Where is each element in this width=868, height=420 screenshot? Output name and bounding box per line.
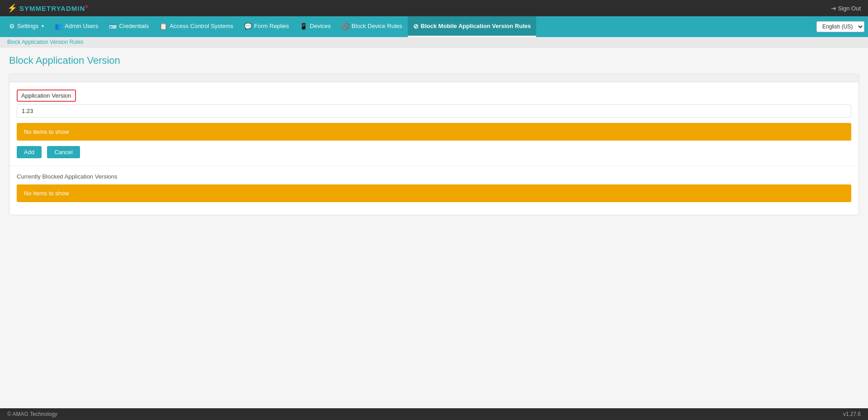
nav-label-block-mobile-app: Block Mobile Application Version Rules [421, 23, 531, 29]
breadcrumb: Block Application Version Rules [0, 37, 868, 47]
nav-label-admin-users: Admin Users [65, 23, 98, 29]
sign-out-button[interactable]: ⇥ Sign Out [831, 5, 861, 12]
settings-icon: ⚙ [9, 23, 15, 30]
block-device-rules-icon: 🚫 [342, 23, 349, 30]
top-bar: ⚡ SYMMETRYADMIN® ⇥ Sign Out [0, 0, 868, 16]
app-version-label: Application Version [17, 90, 76, 102]
sign-out-icon: ⇥ [831, 5, 836, 12]
main-content: Block Application Version Application Ve… [0, 47, 868, 408]
nav-item-admin-users[interactable]: 👥 Admin Users [49, 16, 104, 37]
sign-out-label: Sign Out [838, 5, 861, 12]
nav-item-devices[interactable]: 📱 Devices [294, 16, 336, 37]
breadcrumb-link[interactable]: Block Application Version Rules [7, 39, 83, 45]
nav-item-form-replies[interactable]: 💬 Form Replies [239, 16, 294, 37]
devices-icon: 📱 [300, 23, 307, 30]
credentials-icon: 🪪 [109, 23, 117, 30]
no-items-text-2: No items to show [24, 190, 69, 197]
panel-top-gray [9, 74, 859, 82]
cancel-button[interactable]: Cancel [47, 146, 80, 158]
form-panel: Application Version No items to show Add… [9, 74, 859, 215]
form-replies-icon: 💬 [244, 23, 252, 30]
page-title: Block Application Version [9, 55, 859, 66]
form-actions: Add Cancel [17, 146, 851, 158]
nav-item-settings[interactable]: ⚙ Settings ▾ [4, 16, 49, 37]
nav-item-block-mobile-app[interactable]: ⊘ Block Mobile Application Version Rules [408, 16, 537, 37]
logo-text-admin: ADMIN [61, 5, 85, 12]
nav-items: ⚙ Settings ▾ 👥 Admin Users 🪪 Credentials… [4, 16, 536, 37]
logo-text: SYMMETRYADMIN® [19, 5, 89, 12]
admin-users-icon: 👥 [55, 23, 62, 30]
nav-label-settings: Settings [17, 23, 38, 29]
no-items-banner-1: No items to show [17, 123, 851, 141]
add-button[interactable]: Add [17, 146, 42, 158]
settings-dropdown-icon: ▾ [42, 24, 44, 28]
no-items-banner-2: No items to show [17, 184, 851, 202]
nav-label-form-replies: Form Replies [254, 23, 289, 29]
nav-label-devices: Devices [310, 23, 330, 29]
footer-version: v1.27.6 [843, 411, 861, 417]
logo-text-symmetry: SYMMETRY [19, 5, 61, 12]
nav-item-credentials[interactable]: 🪪 Credentials [104, 16, 154, 37]
nav-label-credentials: Credentials [119, 23, 149, 29]
section-title: Currently Blocked Application Versions [17, 173, 851, 180]
nav-bar: ⚙ Settings ▾ 👥 Admin Users 🪪 Credentials… [0, 16, 868, 37]
panel-form-area: Application Version No items to show Add… [9, 82, 859, 165]
nav-item-block-device-rules[interactable]: 🚫 Block Device Rules [336, 16, 408, 37]
logo: ⚡ SYMMETRYADMIN® [7, 3, 89, 13]
nav-item-access-control[interactable]: 📋 Access Control Systems [154, 16, 239, 37]
footer-copyright: © AMAG Technology [7, 411, 57, 417]
footer: © AMAG Technology v1.27.6 [0, 408, 868, 420]
nav-label-block-device-rules: Block Device Rules [352, 23, 402, 29]
block-mobile-app-icon: ⊘ [413, 23, 419, 30]
logo-icon: ⚡ [7, 3, 18, 13]
no-items-text-1: No items to show [24, 128, 69, 135]
app-version-input[interactable] [17, 104, 851, 118]
language-select[interactable]: English (US) Spanish French [816, 21, 864, 32]
app-version-group: Application Version [17, 90, 851, 118]
nav-label-access-control: Access Control Systems [170, 23, 233, 29]
access-control-icon: 📋 [160, 23, 167, 30]
blocked-versions-section: Currently Blocked Application Versions N… [9, 165, 859, 215]
